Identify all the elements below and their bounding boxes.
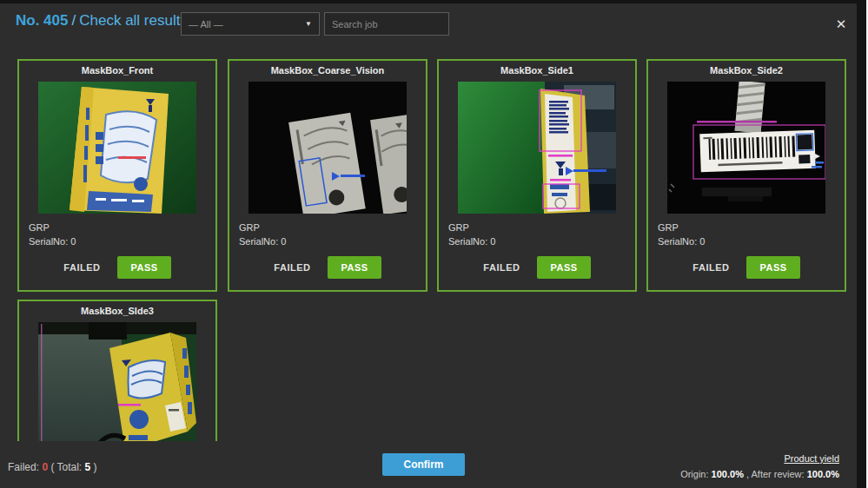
close-button[interactable]: ✕ bbox=[831, 14, 851, 35]
thumbnail-maskbox-side3[interactable] bbox=[38, 322, 196, 441]
after-review-label: , After review: bbox=[746, 469, 805, 479]
card-title: MaskBox_Side2 bbox=[648, 61, 845, 82]
review-buttons: FAILED PASS bbox=[648, 256, 845, 279]
card-title: MaskBox_SIde3 bbox=[19, 301, 215, 322]
pass-button[interactable]: PASS bbox=[537, 256, 590, 279]
serial-label: SerialNo: 0 bbox=[448, 234, 635, 248]
job-filter-select[interactable]: — All — ▼ bbox=[181, 12, 320, 36]
after-review-value: 100.0% bbox=[807, 469, 839, 479]
review-dialog: No. 405/Check all results — All — ▼ ✕ Ma… bbox=[0, 0, 868, 488]
card-info: GRP SerialNo: 0 bbox=[448, 221, 635, 248]
card-info: GRP SerialNo: 0 bbox=[239, 221, 426, 248]
job-filter-value: — All — bbox=[189, 19, 223, 30]
grp-label: GRP bbox=[658, 221, 845, 234]
pass-button[interactable]: PASS bbox=[328, 256, 381, 279]
title-separator: / bbox=[68, 12, 79, 29]
serial-label: SerialNo: 0 bbox=[239, 234, 426, 248]
serial-label: SerialNo: 0 bbox=[29, 234, 215, 248]
thumbnail-maskbox-side1[interactable] bbox=[458, 82, 616, 214]
failed-button[interactable]: FAILED bbox=[274, 262, 310, 273]
review-buttons: FAILED PASS bbox=[19, 256, 215, 279]
chevron-down-icon: ▼ bbox=[305, 20, 312, 28]
total-count: 5 bbox=[85, 461, 91, 473]
confirm-button[interactable]: Confirm bbox=[382, 453, 465, 476]
failed-count: 0 bbox=[42, 461, 48, 473]
card-info: GRP SerialNo: 0 bbox=[29, 221, 215, 248]
result-card-side2: MaskBox_Side2 bbox=[646, 59, 846, 292]
grp-label: GRP bbox=[239, 221, 426, 234]
failed-button[interactable]: FAILED bbox=[63, 262, 100, 273]
failed-button[interactable]: FAILED bbox=[692, 262, 729, 273]
result-card-side3: MaskBox_SIde3 bbox=[17, 300, 217, 441]
result-card-coarse-vision: MaskBox_Coarse_Vision bbox=[228, 59, 427, 292]
total-close: ) bbox=[94, 461, 97, 473]
card-title: MaskBox_Front bbox=[19, 61, 215, 82]
product-yield-section: Product yield Origin: 100.0% , After rev… bbox=[680, 450, 839, 479]
product-yield-link[interactable]: Product yield bbox=[784, 453, 839, 464]
card-title: MaskBox_Side1 bbox=[439, 61, 635, 82]
result-card-side1: MaskBox_Side1 bbox=[437, 59, 637, 292]
thumbnail-maskbox-coarse-vision[interactable] bbox=[248, 82, 407, 214]
window-right-edge bbox=[857, 0, 866, 488]
pass-button[interactable]: PASS bbox=[117, 256, 170, 279]
failed-button[interactable]: FAILED bbox=[483, 262, 520, 273]
pass-button[interactable]: PASS bbox=[746, 256, 799, 279]
grp-label: GRP bbox=[29, 221, 215, 234]
failed-label: Failed: bbox=[8, 461, 39, 473]
review-buttons: FAILED PASS bbox=[229, 256, 426, 279]
yield-values: Origin: 100.0% , After review: 100.0% bbox=[680, 469, 839, 479]
failed-total-summary: Failed: 0 ( Total: 5 ) bbox=[8, 461, 97, 473]
origin-value: 100.0% bbox=[712, 469, 744, 479]
page-title-text: Check all results bbox=[79, 12, 188, 29]
job-number: No. 405 bbox=[16, 12, 68, 29]
total-open: ( Total: bbox=[50, 461, 82, 473]
window-top-edge bbox=[0, 0, 868, 3]
review-buttons: FAILED PASS bbox=[439, 256, 635, 279]
result-card-front: MaskBox_Front bbox=[17, 59, 217, 292]
card-info: GRP SerialNo: 0 bbox=[658, 221, 845, 248]
search-input[interactable] bbox=[324, 12, 449, 36]
page-title: No. 405/Check all results bbox=[16, 12, 188, 30]
card-title: MaskBox_Coarse_Vision bbox=[229, 61, 426, 82]
grp-label: GRP bbox=[448, 221, 635, 234]
serial-label: SerialNo: 0 bbox=[658, 234, 845, 248]
thumbnail-maskbox-front[interactable] bbox=[38, 82, 196, 214]
origin-label: Origin: bbox=[680, 469, 708, 479]
thumbnail-maskbox-side2[interactable] bbox=[667, 82, 825, 214]
